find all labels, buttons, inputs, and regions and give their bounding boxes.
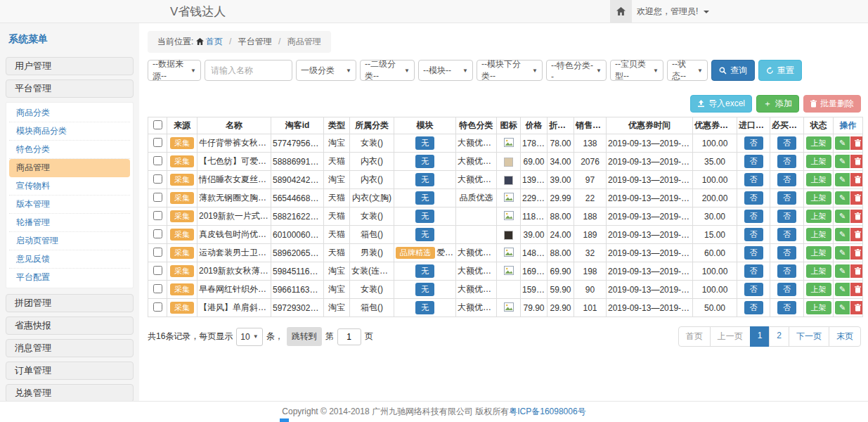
sidebar-subitem[interactable]: 模块商品分类 <box>9 122 130 141</box>
pager-button[interactable]: 2 <box>769 326 789 347</box>
search-button[interactable]: 查询 <box>711 60 755 81</box>
row-checkbox[interactable] <box>153 193 162 202</box>
batch-delete-button[interactable]: 批量删除 <box>803 95 861 113</box>
must-buy-badge[interactable]: 否 <box>777 210 796 223</box>
per-page-select[interactable]: 10 ▼ <box>236 328 262 346</box>
filter-select[interactable]: --二级分类--▼ <box>360 60 415 81</box>
user-menu[interactable]: 欢迎您，管理员! <box>637 0 709 23</box>
status-badge[interactable]: 上架 <box>806 210 831 223</box>
home-button[interactable] <box>610 0 632 23</box>
row-checkbox[interactable] <box>153 156 162 165</box>
sidebar-item[interactable]: 用户管理 <box>6 57 134 75</box>
edit-button[interactable]: ✎ <box>835 301 850 314</box>
sidebar-item[interactable]: 兑换管理 <box>6 384 134 401</box>
status-badge[interactable]: 上架 <box>806 264 831 278</box>
edit-button[interactable]: ✎ <box>835 155 850 168</box>
sidebar-subitem[interactable]: 版本管理 <box>9 196 130 214</box>
pager-button[interactable]: 首页 <box>678 326 711 347</box>
filter-select[interactable]: --宝贝类型--▼ <box>610 60 663 81</box>
status-badge[interactable]: 上架 <box>806 173 831 186</box>
import-select-badge[interactable]: 否 <box>744 301 763 314</box>
row-checkbox[interactable] <box>153 302 162 312</box>
row-checkbox[interactable] <box>153 266 162 275</box>
edit-button[interactable]: ✎ <box>835 191 850 205</box>
edit-button[interactable]: ✎ <box>835 246 850 260</box>
filter-select[interactable]: --状态--▼ <box>667 60 708 81</box>
status-badge[interactable]: 上架 <box>806 155 831 168</box>
sidebar-subitem[interactable]: 特色分类 <box>9 141 130 159</box>
delete-button[interactable] <box>850 264 863 278</box>
delete-button[interactable] <box>850 228 863 241</box>
status-badge[interactable]: 上架 <box>806 191 831 205</box>
sidebar-item[interactable]: 消息管理 <box>6 339 134 357</box>
must-buy-badge[interactable]: 否 <box>777 228 796 241</box>
sidebar-subitem[interactable]: 意见反馈 <box>9 250 130 269</box>
import-select-badge[interactable]: 否 <box>744 246 763 260</box>
page-number-input[interactable] <box>337 328 361 345</box>
search-name-input[interactable] <box>205 60 292 81</box>
delete-button[interactable] <box>850 155 863 168</box>
sidebar-subitem[interactable]: 平台配置 <box>9 269 130 286</box>
sidebar-subitem[interactable]: 启动页管理 <box>9 232 130 250</box>
row-checkbox[interactable] <box>153 284 162 293</box>
delete-button[interactable] <box>850 210 863 223</box>
pager-button[interactable]: 1 <box>750 326 770 347</box>
pager-button[interactable]: 下一页 <box>789 326 829 347</box>
edit-button[interactable]: ✎ <box>835 283 850 296</box>
sidebar-subitem[interactable]: 宣传物料 <box>9 177 130 196</box>
must-buy-badge[interactable]: 否 <box>777 136 796 150</box>
edit-button[interactable]: ✎ <box>835 173 850 186</box>
import-select-badge[interactable]: 否 <box>744 173 763 186</box>
must-buy-badge[interactable]: 否 <box>777 301 796 314</box>
status-badge[interactable]: 上架 <box>806 136 831 150</box>
filter-select[interactable]: --数据来源--▼ <box>148 60 201 81</box>
delete-button[interactable] <box>850 246 863 260</box>
import-select-badge[interactable]: 否 <box>744 228 763 241</box>
delete-button[interactable] <box>850 301 863 314</box>
jump-button[interactable]: 跳转到 <box>287 327 322 346</box>
must-buy-badge[interactable]: 否 <box>777 191 796 205</box>
status-badge[interactable]: 上架 <box>806 283 831 296</box>
row-checkbox[interactable] <box>153 229 162 238</box>
must-buy-badge[interactable]: 否 <box>777 155 796 168</box>
sidebar-item[interactable]: 平台管理 <box>6 79 134 98</box>
breadcrumb-home-link[interactable]: 首页 <box>196 37 225 46</box>
edit-button[interactable]: ✎ <box>835 228 850 241</box>
row-checkbox[interactable] <box>153 248 162 257</box>
row-checkbox[interactable] <box>153 174 162 184</box>
must-buy-badge[interactable]: 否 <box>777 246 796 260</box>
filter-select[interactable]: --特色分类--▼ <box>546 60 607 81</box>
reset-button[interactable]: 重置 <box>758 60 802 81</box>
add-button[interactable]: ＋ 添加 <box>756 95 799 113</box>
must-buy-badge[interactable]: 否 <box>777 283 796 296</box>
import-select-badge[interactable]: 否 <box>744 155 763 168</box>
sidebar-item[interactable]: 订单管理 <box>6 362 134 380</box>
select-all-checkbox[interactable] <box>153 120 162 129</box>
import-select-badge[interactable]: 否 <box>744 136 763 150</box>
sidebar-item[interactable]: 省惠快报 <box>6 316 134 335</box>
row-checkbox[interactable] <box>153 211 162 220</box>
delete-button[interactable] <box>850 136 863 150</box>
icp-link[interactable]: 粤ICP备16098006号 <box>509 407 585 416</box>
sidebar-subitem[interactable]: 轮播管理 <box>9 214 130 232</box>
import-select-badge[interactable]: 否 <box>744 191 763 205</box>
delete-button[interactable] <box>850 283 863 296</box>
pager-button[interactable]: 上一页 <box>710 326 751 347</box>
import-select-badge[interactable]: 否 <box>744 264 763 278</box>
import-excel-button[interactable]: 导入excel <box>690 95 752 113</box>
status-badge[interactable]: 上架 <box>806 246 831 260</box>
status-badge[interactable]: 上架 <box>806 228 831 241</box>
must-buy-badge[interactable]: 否 <box>777 264 796 278</box>
delete-button[interactable] <box>850 173 863 186</box>
sidebar-subitem[interactable]: 商品分类 <box>9 104 130 122</box>
import-select-badge[interactable]: 否 <box>744 210 763 223</box>
import-select-badge[interactable]: 否 <box>744 283 763 296</box>
delete-button[interactable] <box>850 191 863 205</box>
status-badge[interactable]: 上架 <box>806 301 831 314</box>
filter-select[interactable]: 一级分类▼ <box>296 60 356 81</box>
pager-button[interactable]: 末页 <box>829 326 861 347</box>
edit-button[interactable]: ✎ <box>835 136 850 150</box>
edit-button[interactable]: ✎ <box>835 210 850 223</box>
filter-select[interactable]: --模块下分类--▼ <box>477 60 543 81</box>
must-buy-badge[interactable]: 否 <box>777 173 796 186</box>
